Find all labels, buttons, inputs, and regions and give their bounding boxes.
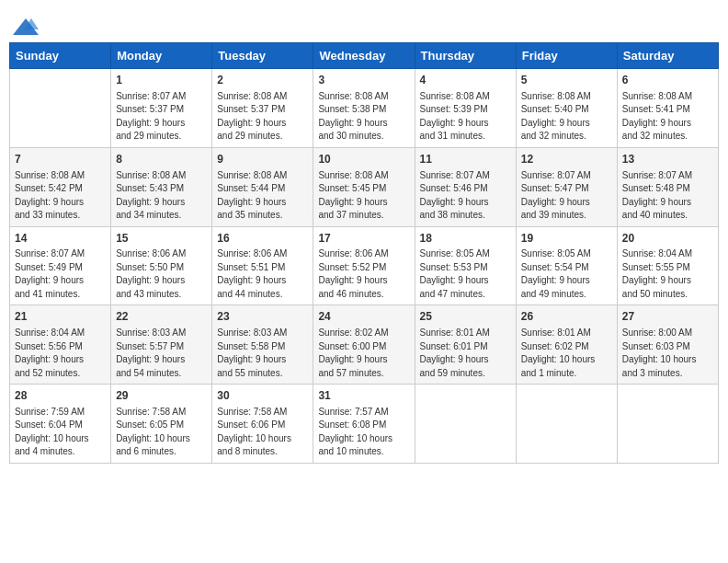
- calendar-cell: 21Sunrise: 8:04 AM Sunset: 5:56 PM Dayli…: [10, 305, 111, 385]
- cell-content: Sunrise: 8:04 AM Sunset: 5:56 PM Dayligh…: [15, 327, 106, 380]
- day-number: 31: [318, 388, 409, 404]
- day-number: 5: [521, 73, 612, 88]
- day-number: 1: [116, 73, 207, 88]
- calendar-cell: 13Sunrise: 8:07 AM Sunset: 5:48 PM Dayli…: [617, 147, 718, 226]
- col-header-sunday: Sunday: [10, 43, 111, 69]
- cell-content: Sunrise: 8:01 AM Sunset: 6:01 PM Dayligh…: [420, 327, 511, 380]
- day-number: 12: [521, 152, 612, 167]
- calendar-cell: 11Sunrise: 8:07 AM Sunset: 5:46 PM Dayli…: [415, 147, 516, 226]
- column-headers: SundayMondayTuesdayWednesdayThursdayFrid…: [10, 43, 719, 69]
- cell-content: Sunrise: 8:08 AM Sunset: 5:42 PM Dayligh…: [15, 169, 106, 223]
- week-row-4: 21Sunrise: 8:04 AM Sunset: 5:56 PM Dayli…: [10, 305, 719, 385]
- cell-content: Sunrise: 8:08 AM Sunset: 5:43 PM Dayligh…: [116, 169, 207, 223]
- calendar-cell: 12Sunrise: 8:07 AM Sunset: 5:47 PM Dayli…: [516, 147, 617, 226]
- cell-content: Sunrise: 8:08 AM Sunset: 5:41 PM Dayligh…: [622, 90, 713, 144]
- day-number: 18: [420, 231, 511, 247]
- cell-content: Sunrise: 8:06 AM Sunset: 5:52 PM Dayligh…: [318, 247, 409, 301]
- day-number: 10: [318, 152, 409, 167]
- calendar-cell: 1Sunrise: 8:07 AM Sunset: 5:37 PM Daylig…: [111, 69, 212, 148]
- week-row-1: 1Sunrise: 8:07 AM Sunset: 5:37 PM Daylig…: [10, 69, 719, 148]
- cell-content: Sunrise: 7:58 AM Sunset: 6:06 PM Dayligh…: [217, 406, 308, 459]
- day-number: 13: [622, 152, 713, 167]
- day-number: 15: [116, 231, 207, 247]
- logo: [13, 17, 42, 37]
- calendar-cell: 31Sunrise: 7:57 AM Sunset: 6:08 PM Dayli…: [313, 385, 415, 464]
- day-number: 9: [217, 152, 308, 167]
- cell-content: Sunrise: 8:07 AM Sunset: 5:48 PM Dayligh…: [622, 169, 713, 223]
- day-number: 20: [622, 231, 713, 247]
- calendar-cell: [617, 385, 718, 464]
- calendar-cell: 18Sunrise: 8:05 AM Sunset: 5:53 PM Dayli…: [415, 226, 516, 305]
- calendar-cell: 22Sunrise: 8:03 AM Sunset: 5:57 PM Dayli…: [111, 305, 212, 385]
- calendar-cell: 16Sunrise: 8:06 AM Sunset: 5:51 PM Dayli…: [212, 226, 313, 305]
- cell-content: Sunrise: 8:06 AM Sunset: 5:51 PM Dayligh…: [217, 247, 308, 301]
- cell-content: Sunrise: 8:05 AM Sunset: 5:53 PM Dayligh…: [420, 247, 511, 301]
- cell-content: Sunrise: 7:57 AM Sunset: 6:08 PM Dayligh…: [318, 406, 409, 459]
- day-number: 8: [116, 152, 207, 167]
- day-number: 11: [420, 152, 511, 167]
- calendar-cell: 20Sunrise: 8:04 AM Sunset: 5:55 PM Dayli…: [617, 226, 718, 305]
- day-number: 28: [15, 388, 106, 404]
- calendar-cell: [415, 385, 516, 464]
- day-number: 21: [15, 309, 106, 325]
- day-number: 30: [217, 388, 308, 404]
- calendar-cell: 26Sunrise: 8:01 AM Sunset: 6:02 PM Dayli…: [516, 305, 617, 385]
- cell-content: Sunrise: 8:03 AM Sunset: 5:57 PM Dayligh…: [116, 327, 207, 380]
- cell-content: Sunrise: 8:07 AM Sunset: 5:47 PM Dayligh…: [521, 169, 612, 223]
- calendar-cell: 6Sunrise: 8:08 AM Sunset: 5:41 PM Daylig…: [617, 69, 718, 148]
- calendar-cell: 19Sunrise: 8:05 AM Sunset: 5:54 PM Dayli…: [516, 226, 617, 305]
- day-number: 7: [15, 152, 106, 167]
- day-number: 27: [622, 309, 713, 325]
- cell-content: Sunrise: 8:06 AM Sunset: 5:50 PM Dayligh…: [116, 247, 207, 301]
- day-number: 2: [217, 73, 308, 88]
- cell-content: Sunrise: 8:07 AM Sunset: 5:49 PM Dayligh…: [15, 247, 106, 301]
- day-number: 22: [116, 309, 207, 325]
- day-number: 3: [318, 73, 409, 88]
- day-number: 29: [116, 388, 207, 404]
- cell-content: Sunrise: 8:04 AM Sunset: 5:55 PM Dayligh…: [622, 247, 713, 301]
- calendar-cell: 8Sunrise: 8:08 AM Sunset: 5:43 PM Daylig…: [111, 147, 212, 226]
- calendar-cell: 24Sunrise: 8:02 AM Sunset: 6:00 PM Dayli…: [313, 305, 415, 385]
- cell-content: Sunrise: 7:58 AM Sunset: 6:05 PM Dayligh…: [116, 406, 207, 459]
- calendar-cell: 25Sunrise: 8:01 AM Sunset: 6:01 PM Dayli…: [415, 305, 516, 385]
- cell-content: Sunrise: 8:00 AM Sunset: 6:03 PM Dayligh…: [622, 327, 713, 380]
- day-number: 25: [420, 309, 511, 325]
- calendar-table: SundayMondayTuesdayWednesdayThursdayFrid…: [9, 42, 719, 464]
- cell-content: Sunrise: 8:05 AM Sunset: 5:54 PM Dayligh…: [521, 247, 612, 301]
- cell-content: Sunrise: 8:07 AM Sunset: 5:37 PM Dayligh…: [116, 90, 207, 144]
- cell-content: Sunrise: 8:08 AM Sunset: 5:38 PM Dayligh…: [318, 90, 409, 144]
- cell-content: Sunrise: 8:08 AM Sunset: 5:40 PM Dayligh…: [521, 90, 612, 144]
- page: SundayMondayTuesdayWednesdayThursdayFrid…: [0, 0, 728, 473]
- cell-content: Sunrise: 8:08 AM Sunset: 5:37 PM Dayligh…: [217, 90, 308, 144]
- cell-content: Sunrise: 8:08 AM Sunset: 5:39 PM Dayligh…: [420, 90, 511, 144]
- col-header-saturday: Saturday: [617, 43, 718, 69]
- col-header-monday: Monday: [111, 43, 212, 69]
- cell-content: Sunrise: 8:03 AM Sunset: 5:58 PM Dayligh…: [217, 327, 308, 380]
- calendar-cell: 4Sunrise: 8:08 AM Sunset: 5:39 PM Daylig…: [415, 69, 516, 148]
- calendar-cell: 14Sunrise: 8:07 AM Sunset: 5:49 PM Dayli…: [10, 226, 111, 305]
- calendar-cell: 9Sunrise: 8:08 AM Sunset: 5:44 PM Daylig…: [212, 147, 313, 226]
- col-header-wednesday: Wednesday: [313, 43, 415, 69]
- cell-content: Sunrise: 8:01 AM Sunset: 6:02 PM Dayligh…: [521, 327, 612, 380]
- day-number: 24: [318, 309, 409, 325]
- col-header-thursday: Thursday: [415, 43, 516, 69]
- calendar-cell: 2Sunrise: 8:08 AM Sunset: 5:37 PM Daylig…: [212, 69, 313, 148]
- col-header-friday: Friday: [516, 43, 617, 69]
- day-number: 23: [217, 309, 308, 325]
- calendar-cell: 28Sunrise: 7:59 AM Sunset: 6:04 PM Dayli…: [10, 385, 111, 464]
- header: [9, 9, 719, 42]
- calendar-cell: 29Sunrise: 7:58 AM Sunset: 6:05 PM Dayli…: [111, 385, 212, 464]
- week-row-3: 14Sunrise: 8:07 AM Sunset: 5:49 PM Dayli…: [10, 226, 719, 305]
- calendar-cell: 30Sunrise: 7:58 AM Sunset: 6:06 PM Dayli…: [212, 385, 313, 464]
- calendar-cell: 7Sunrise: 8:08 AM Sunset: 5:42 PM Daylig…: [10, 147, 111, 226]
- day-number: 16: [217, 231, 308, 247]
- cell-content: Sunrise: 8:08 AM Sunset: 5:44 PM Dayligh…: [217, 169, 308, 223]
- day-number: 26: [521, 309, 612, 325]
- calendar-cell: 27Sunrise: 8:00 AM Sunset: 6:03 PM Dayli…: [617, 305, 718, 385]
- calendar-cell: [10, 69, 111, 148]
- calendar-cell: 23Sunrise: 8:03 AM Sunset: 5:58 PM Dayli…: [212, 305, 313, 385]
- day-number: 4: [420, 73, 511, 88]
- calendar-cell: 10Sunrise: 8:08 AM Sunset: 5:45 PM Dayli…: [313, 147, 415, 226]
- cell-content: Sunrise: 7:59 AM Sunset: 6:04 PM Dayligh…: [15, 406, 106, 459]
- calendar-cell: 3Sunrise: 8:08 AM Sunset: 5:38 PM Daylig…: [313, 69, 415, 148]
